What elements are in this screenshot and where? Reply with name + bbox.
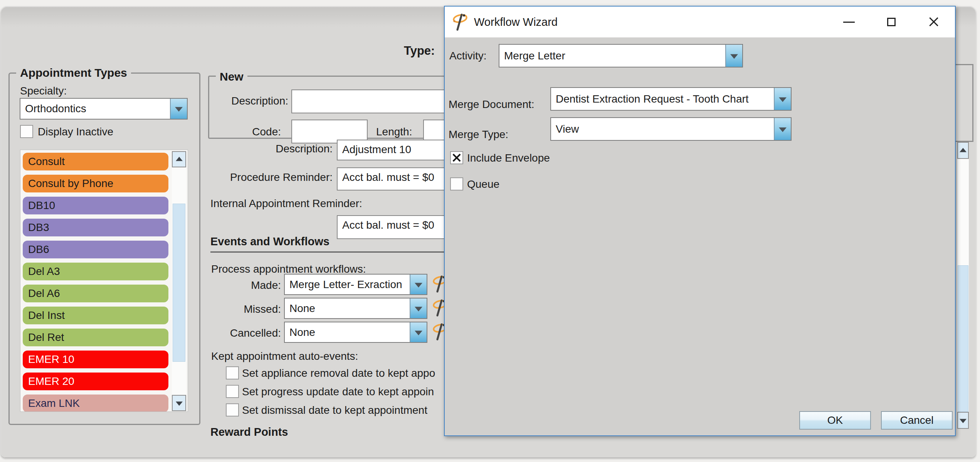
- list-item[interactable]: DB6: [23, 241, 168, 258]
- display-inactive-label: Display Inactive: [38, 126, 113, 138]
- list-item[interactable]: DB10: [23, 197, 168, 214]
- list-item[interactable]: Del Ret: [23, 329, 168, 346]
- merge-document-combobox[interactable]: Dentist Extraction Request - Tooth Chart: [550, 87, 792, 111]
- close-icon: [928, 16, 940, 28]
- main-scrollbar-thumb[interactable]: [958, 265, 968, 412]
- new-legend: New: [216, 70, 247, 83]
- dialog-title: Workflow Wizard: [474, 16, 558, 29]
- list-item[interactable]: EMER 10: [23, 351, 168, 368]
- chevron-down-icon[interactable]: [410, 275, 427, 294]
- new-length-label: Length:: [376, 126, 412, 138]
- list-item[interactable]: Exam LNK: [23, 395, 168, 412]
- chevron-down-icon[interactable]: [410, 298, 427, 318]
- appliance-removal-checkbox[interactable]: [226, 366, 239, 379]
- maximize-button[interactable]: [870, 7, 913, 37]
- progress-update-checkbox[interactable]: [226, 385, 239, 398]
- cancel-button[interactable]: Cancel: [881, 411, 953, 430]
- close-button[interactable]: [913, 7, 955, 37]
- dialog-titlebar[interactable]: Workflow Wizard: [445, 7, 955, 37]
- scroll-down-icon[interactable]: [957, 412, 969, 429]
- display-inactive-checkbox[interactable]: [20, 125, 33, 138]
- kept-auto-events-label: Kept appointment auto-events:: [211, 350, 358, 363]
- chevron-down-icon[interactable]: [774, 88, 791, 110]
- scroll-up-icon[interactable]: [957, 142, 969, 159]
- list-item[interactable]: Consult: [23, 153, 168, 170]
- scroll-up-icon[interactable]: [172, 151, 186, 167]
- list-item[interactable]: Del A3: [23, 263, 168, 280]
- chevron-down-icon[interactable]: [725, 45, 742, 67]
- progress-update-label: Set progress update date to kept appoin: [242, 386, 434, 398]
- list-scrollbar-thumb[interactable]: [173, 204, 185, 362]
- chevron-down-icon[interactable]: [774, 118, 791, 140]
- made-label: Made:: [208, 279, 281, 292]
- include-envelope-label: Include Envelope: [467, 152, 550, 164]
- queue-checkbox[interactable]: [450, 177, 463, 191]
- merge-document-label: Merge Document:: [449, 98, 535, 111]
- queue-label: Queue: [467, 178, 499, 191]
- section-divider: [210, 251, 444, 253]
- list-item[interactable]: EMER 20: [23, 373, 168, 390]
- workflow-wizard-icon: [452, 12, 469, 32]
- events-workflows-heading: Events and Workflows: [210, 235, 329, 248]
- list-item[interactable]: DB3: [23, 219, 168, 236]
- activity-label: Activity:: [449, 50, 486, 62]
- procedure-reminder-label: Procedure Reminder:: [208, 171, 333, 184]
- minimize-icon: [843, 22, 855, 23]
- specialty-label: Specialty:: [20, 85, 67, 97]
- scroll-down-icon[interactable]: [172, 395, 186, 411]
- screen: Type: Appointment Types Specialty: Ortho…: [0, 0, 980, 462]
- dismissal-date-label: Set dismissal date to kept appointment: [242, 404, 427, 416]
- minimize-button[interactable]: [828, 7, 870, 37]
- missed-label: Missed:: [208, 303, 281, 315]
- made-workflow-combobox[interactable]: Merge Letter- Exraction: [284, 274, 427, 295]
- dismissal-date-checkbox[interactable]: [226, 403, 239, 416]
- activity-combobox[interactable]: Merge Letter: [499, 44, 743, 67]
- workflow-wizard-dialog: Workflow Wizard Activity: Merge Letter M…: [444, 6, 956, 436]
- list-item[interactable]: Del Inst: [23, 307, 168, 324]
- list-item[interactable]: Del A6: [23, 285, 168, 302]
- specialty-value: Orthodontics: [20, 99, 170, 119]
- specialty-combobox[interactable]: Orthodontics: [20, 98, 188, 120]
- internal-reminder-label: Internal Appointment Reminder:: [210, 197, 362, 210]
- appointment-types-legend: Appointment Types: [16, 66, 131, 79]
- type-label: Type:: [404, 44, 435, 58]
- appointment-type-list: Consult Consult by Phone DB10 DB3 DB6 De…: [20, 150, 188, 412]
- reward-points-heading-clipped: Reward Points: [210, 426, 326, 436]
- ok-button[interactable]: OK: [799, 411, 871, 430]
- maximize-icon: [887, 18, 896, 26]
- chevron-down-icon[interactable]: [170, 99, 187, 119]
- cancelled-label: Cancelled:: [208, 327, 281, 339]
- new-code-label: Code:: [216, 126, 281, 138]
- appliance-removal-label: Set appliance removal date to kept appo: [242, 367, 435, 379]
- merge-type-label: Merge Type:: [449, 128, 508, 141]
- new-description-label: Description:: [216, 95, 288, 107]
- list-item[interactable]: Consult by Phone: [23, 175, 168, 192]
- cancelled-workflow-combobox[interactable]: None: [284, 322, 427, 343]
- missed-workflow-combobox[interactable]: None: [284, 298, 427, 319]
- chevron-down-icon[interactable]: [410, 322, 427, 342]
- new-description-input[interactable]: [291, 89, 447, 113]
- include-envelope-checkbox[interactable]: [450, 151, 463, 164]
- description-label: Description:: [208, 143, 333, 155]
- merge-type-combobox[interactable]: View: [550, 117, 792, 141]
